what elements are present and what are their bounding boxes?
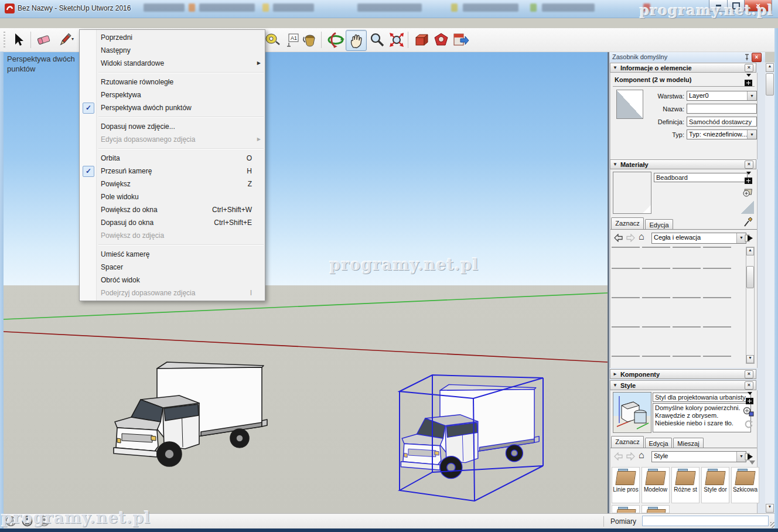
style-folder[interactable]: Style dor (701, 467, 729, 503)
collection-select[interactable]: Cegła i elewacja▼ (651, 233, 746, 244)
menu-item-perspektywa[interactable]: Perspektywa (80, 88, 265, 101)
material-swatch[interactable] (673, 247, 701, 248)
details-toggle-icon[interactable] (745, 172, 752, 184)
material-swatch[interactable] (642, 326, 670, 328)
layer-select[interactable]: Layer0▼ (687, 91, 757, 101)
pencil-flyout-caret[interactable]: ▾ (71, 36, 74, 42)
truck-model-selected[interactable] (396, 374, 550, 506)
menu-item-pole-widoku[interactable]: Pole widoku (80, 190, 265, 203)
details-toggle-icon[interactable] (746, 392, 753, 404)
measurements-input[interactable] (642, 516, 769, 526)
material-swatch[interactable] (612, 247, 640, 248)
default-material-sample-icon[interactable] (741, 201, 754, 214)
material-swatch[interactable] (642, 247, 670, 248)
type-select[interactable]: Typ: <niezdefiniow...▼ (687, 129, 757, 139)
menu-item-nastepny[interactable]: Następny (80, 44, 265, 57)
material-swatch[interactable] (612, 356, 640, 357)
scroll-down-icon[interactable] (749, 461, 755, 465)
style-folder[interactable]: Szkicowa (731, 467, 759, 503)
extension-warehouse-button[interactable] (431, 30, 451, 50)
toolbar-drag-handle[interactable] (4, 32, 5, 48)
details-menu-icon[interactable] (744, 233, 754, 243)
tab-zaznacz[interactable]: Zaznacz (611, 436, 644, 448)
material-swatch[interactable] (642, 356, 670, 357)
chevron-down-icon[interactable]: ▼ (747, 91, 756, 100)
create-material-icon[interactable] (742, 186, 754, 197)
back-arrow-icon[interactable] (614, 234, 623, 242)
material-swatch[interactable] (703, 297, 731, 298)
material-swatch[interactable] (642, 268, 670, 269)
style-folder[interactable] (612, 505, 640, 513)
menu-item-dopasuj-nowe-zdjecie[interactable]: Dopasuj nowe zdjęcie... (80, 120, 265, 133)
menu-item-rzutowanie-rownolegle[interactable]: Rzutowanie równoległe (80, 76, 265, 88)
eraser-tool-button[interactable] (34, 30, 54, 50)
material-swatch[interactable] (703, 356, 731, 357)
section-close-icon[interactable]: × (745, 381, 753, 390)
truck-model[interactable] (110, 359, 272, 495)
section-element-info[interactable]: ▼ Informacje o elemencie × (610, 63, 756, 73)
section-materials[interactable]: ▼ Materiały × (610, 159, 756, 169)
menu-item-powieksz[interactable]: PowiększZ (80, 178, 265, 190)
name-field[interactable] (687, 104, 757, 114)
chevron-down-icon[interactable]: ▼ (747, 130, 756, 139)
details-toggle-icon[interactable] (745, 74, 752, 86)
zoom-tool-button[interactable] (367, 30, 387, 50)
panel-scrollbar[interactable]: ▲ ▼ (765, 63, 774, 513)
material-swatch[interactable] (612, 297, 640, 298)
material-swatch[interactable] (673, 356, 701, 357)
material-swatch[interactable] (612, 326, 640, 328)
menu-item-powieksz-do-okna[interactable]: Powiększ do oknaCtrl+Shift+W (80, 203, 265, 216)
tape-measure-button[interactable] (262, 30, 282, 50)
material-swatch[interactable] (703, 268, 731, 269)
select-tool-button[interactable] (8, 30, 28, 50)
definition-field[interactable] (687, 117, 757, 127)
material-swatch[interactable] (642, 297, 670, 298)
tray-header[interactable]: Zasobnik domyślny × (609, 52, 765, 62)
style-collection-select[interactable]: Style▼ (651, 451, 746, 462)
orbit-tool-button[interactable] (326, 30, 346, 50)
material-swatch[interactable] (673, 326, 701, 328)
tab-mieszaj[interactable]: Mieszaj (673, 438, 704, 448)
materials-scrollbar[interactable]: ▲ ▼ (746, 247, 755, 364)
eyedropper-icon[interactable] (743, 216, 752, 228)
section-close-icon[interactable]: × (745, 370, 753, 378)
material-name-field[interactable] (654, 173, 748, 182)
style-name-field[interactable] (653, 393, 751, 402)
home-icon[interactable]: ⌂ (639, 233, 644, 241)
tab-edycja[interactable]: Edycja (645, 438, 672, 448)
material-swatch[interactable] (673, 297, 701, 298)
menu-item-dopasuj-do-okna[interactable]: Dopasuj do oknaCtrl+Shift+E (80, 216, 265, 229)
style-folder[interactable]: Modelow (641, 467, 670, 503)
material-swatch[interactable] (612, 268, 640, 269)
style-folder[interactable] (641, 505, 670, 513)
tab-edycja[interactable]: Edycja (645, 219, 673, 230)
section-close-icon[interactable]: × (745, 161, 753, 169)
menu-item-przesun-kamere[interactable]: Przesuń kameręH (80, 165, 265, 178)
material-swatch[interactable] (673, 268, 701, 269)
section-close-icon[interactable]: × (745, 64, 753, 72)
menu-item-poprzedni[interactable]: Poprzedni (80, 31, 265, 44)
menu-item-orbita[interactable]: OrbitaO (80, 152, 265, 165)
pan-tool-button[interactable] (346, 30, 367, 51)
tab-zaznacz[interactable]: Zaznacz (611, 217, 644, 230)
style-folder[interactable]: Różne st (671, 467, 699, 503)
zoom-extents-button[interactable] (387, 30, 407, 50)
material-swatch[interactable] (703, 247, 731, 248)
menu-item-widoki-standardowe[interactable]: Widoki standardowe▶ (80, 57, 265, 70)
create-style-icon[interactable] (743, 405, 754, 417)
component-library-button[interactable] (411, 30, 431, 50)
send-to-layout-button[interactable] (451, 30, 471, 50)
menu-item-spacer[interactable]: Spacer (80, 261, 265, 274)
style-folder[interactable]: Linie pros (612, 467, 640, 503)
menu-item-obroc-widok[interactable]: Obróć widok (80, 274, 265, 287)
material-swatch[interactable] (703, 326, 731, 328)
section-styles[interactable]: ▼ Style × (610, 380, 756, 390)
tray-close-icon[interactable]: × (752, 53, 762, 62)
pin-icon[interactable] (744, 53, 750, 61)
section-components[interactable]: ► Komponenty × (610, 369, 756, 379)
paint-bucket-button[interactable] (300, 30, 320, 50)
menu-item-perspektywa-dwoch-punktow[interactable]: Perspektywa dwóch punktów (80, 101, 265, 114)
menu-item-umiesc-kamere[interactable]: Umieść kamerę (80, 248, 265, 261)
text-tool-button[interactable]: A1 (282, 30, 302, 50)
home-icon[interactable]: ⌂ (639, 451, 644, 459)
